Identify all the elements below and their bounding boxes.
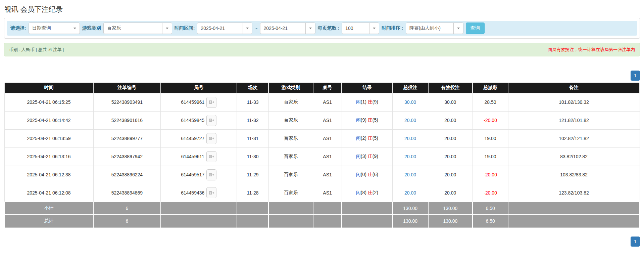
table-row: 2025-04-21 06:12:08 522438894869 6144594… — [4, 184, 640, 202]
chevron-down-icon[interactable] — [369, 23, 379, 34]
cell-remark: 121.82/101.82 — [508, 111, 640, 129]
result-banker-score: (5) — [373, 117, 378, 123]
subtotal-row: 小计 6 130.00 130.00 6.50 — [4, 202, 640, 215]
subtotal-total-bet: 130.00 — [393, 202, 428, 215]
table-row: 2025-04-21 06:13:59 522438899777 6144597… — [4, 129, 640, 147]
result-banker-label: 庄 — [368, 190, 373, 195]
chevron-down-icon[interactable] — [162, 23, 172, 34]
cell-time: 2025-04-21 06:12:08 — [4, 184, 93, 202]
video-replay-button[interactable] — [206, 151, 216, 162]
cell-session: 11-33 — [237, 93, 269, 111]
cell-session: 11-28 — [237, 184, 269, 202]
header-payout: 总派彩 — [473, 83, 508, 93]
page-size-value: 100 — [342, 23, 369, 34]
sort-select[interactable]: 降幂(由大到小) — [406, 23, 463, 34]
sort-label: 时间排序 : — [382, 25, 403, 31]
video-replay-button[interactable] — [206, 169, 216, 180]
result-banker-label: 庄 — [368, 135, 373, 141]
total-bet-link[interactable]: 20.00 — [404, 190, 416, 196]
header-result: 结果 — [342, 83, 392, 93]
header-game-type: 游戏类别 — [268, 83, 313, 93]
result-player-score: (3) — [361, 154, 366, 159]
cell-round-id: 614459517 — [181, 172, 204, 177]
cell-payout: 19.00 — [473, 147, 508, 166]
video-camera-icon — [209, 154, 214, 159]
chevron-down-icon[interactable] — [243, 23, 252, 34]
result-banker-label: 庄 — [368, 117, 373, 123]
total-row: 总计 6 130.00 130.00 6.50 — [4, 215, 640, 227]
video-camera-icon — [209, 118, 214, 123]
page-title: 视讯 会员下注纪录 — [4, 5, 640, 14]
game-type-select[interactable]: 百家乐 — [103, 23, 172, 34]
total-label: 总计 — [4, 215, 93, 227]
video-replay-button[interactable] — [206, 133, 216, 144]
cell-time: 2025-04-21 06:12:38 — [4, 166, 93, 184]
video-replay-button[interactable] — [206, 115, 216, 126]
result-banker-score: (6) — [373, 172, 378, 177]
sort-value: 降幂(由大到小) — [406, 23, 453, 34]
cell-game-type: 百家乐 — [268, 166, 313, 184]
total-bet-link[interactable]: 20.00 — [404, 136, 416, 141]
cell-bet-id: 522438896224 — [93, 166, 161, 184]
cell-bet-id: 522438903491 — [93, 93, 161, 111]
total-bet-link[interactable]: 20.00 — [404, 154, 416, 159]
video-replay-button[interactable] — [206, 187, 216, 198]
cell-valid-bet: 30.00 — [428, 93, 473, 111]
game-type-value: 百家乐 — [104, 23, 162, 34]
total-bet-link[interactable]: 20.00 — [404, 172, 416, 177]
pagination-top: 1 — [4, 71, 640, 81]
cell-result: 闲(1) 庄(9) — [342, 93, 392, 111]
table-row: 2025-04-21 06:15:25 522438903491 6144599… — [4, 93, 640, 111]
cell-game-type: 百家乐 — [268, 129, 313, 147]
cell-result: 闲(2) 庄(5) — [342, 129, 392, 147]
cell-table-no: AS1 — [313, 184, 342, 202]
video-camera-icon — [209, 172, 214, 177]
page-1-button[interactable]: 1 — [631, 71, 640, 81]
query-type-value: 日期查询 — [29, 23, 70, 34]
header-session: 场次 — [237, 83, 269, 93]
cell-valid-bet: 20.00 — [428, 111, 473, 129]
result-banker-score: (9) — [373, 154, 378, 159]
table-row: 2025-04-21 06:13:16 522438897942 6144596… — [4, 147, 640, 166]
chevron-down-icon[interactable] — [70, 23, 80, 34]
page-1-button[interactable]: 1 — [631, 237, 640, 247]
cell-bet-id: 522438894869 — [93, 184, 161, 202]
cell-valid-bet: 20.00 — [428, 129, 473, 147]
cell-session: 11-31 — [237, 129, 269, 147]
search-button[interactable]: 查询 — [466, 23, 485, 34]
cell-result: 闲(9) 庄(5) — [342, 111, 392, 129]
header-round-id: 局号 — [161, 83, 237, 93]
result-banker-label: 庄 — [368, 154, 373, 159]
cell-bet-id: 522438901616 — [93, 111, 161, 129]
date-to-input[interactable]: 2025-04-21 — [260, 23, 315, 34]
result-player-label: 闲 — [356, 172, 361, 177]
result-player-label: 闲 — [356, 190, 361, 195]
filter-panel: 请选择: 日期查询 游戏类别 百家乐 时间区间: 2025-04-21 ~ 20… — [4, 18, 640, 39]
date-from-input[interactable]: 2025-04-21 — [197, 23, 252, 34]
cell-game-type: 百家乐 — [268, 147, 313, 166]
page-size-select[interactable]: 100 — [342, 23, 379, 34]
cell-bet-id: 522438897942 — [93, 147, 161, 166]
cell-result: 闲(8) 庄(2) — [342, 184, 392, 202]
cell-payout: 19.00 — [473, 129, 508, 147]
result-player-score: (2) — [361, 135, 366, 141]
result-banker-label: 庄 — [368, 172, 373, 177]
total-count: 6 — [93, 215, 161, 227]
total-bet-link[interactable]: 20.00 — [404, 118, 416, 123]
subtotal-label: 小计 — [4, 202, 93, 215]
date-range-label: 时间区间: — [175, 25, 195, 31]
query-type-select[interactable]: 日期查询 — [29, 23, 80, 34]
cell-game-type: 百家乐 — [268, 184, 313, 202]
chevron-down-icon[interactable] — [453, 23, 463, 34]
total-bet-link[interactable]: 30.00 — [404, 99, 416, 105]
video-camera-icon — [209, 100, 214, 104]
video-replay-button[interactable] — [206, 97, 216, 108]
result-player-score: (0) — [361, 172, 366, 177]
header-bet-id: 注单编号 — [93, 83, 161, 93]
cell-round-id: 614459611 — [181, 154, 204, 159]
cell-table-no: AS1 — [313, 111, 342, 129]
cell-remark: 103.82/83.82 — [508, 166, 640, 184]
cell-remark: 102.82/121.82 — [508, 129, 640, 147]
chevron-down-icon[interactable] — [305, 23, 315, 34]
subtotal-valid-bet: 130.00 — [428, 202, 473, 215]
